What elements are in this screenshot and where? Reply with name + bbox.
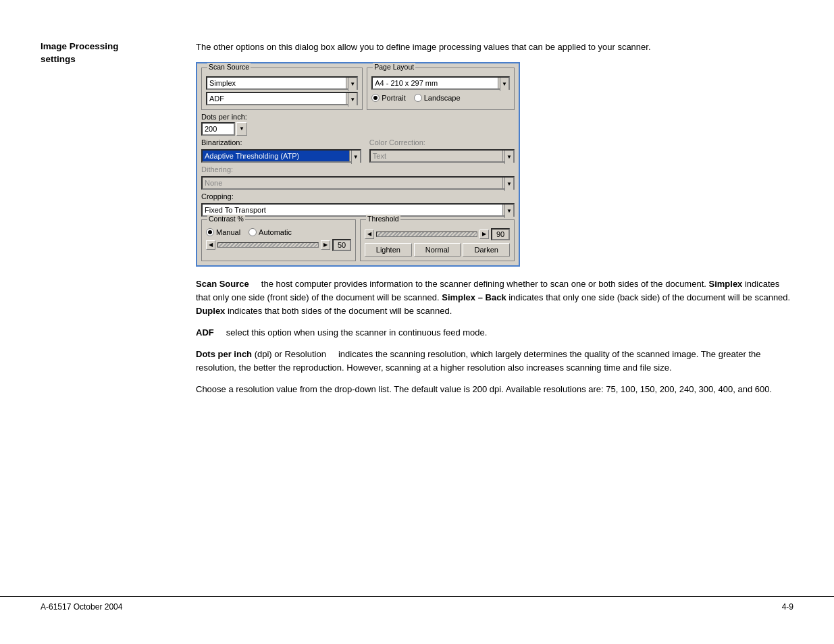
adf-text: select this option when using the scanne… (214, 327, 488, 338)
duplex-bold: Duplex (196, 306, 225, 316)
dpi-text: (dpi) or Resolution indicates the scanni… (196, 349, 761, 373)
scan-source-group: Scan Source Simplex ▼ ADF (201, 68, 363, 110)
dpi-dropdown-btn[interactable]: ▼ (236, 122, 247, 136)
lighten-button[interactable]: Lighten (365, 243, 412, 257)
dialog-top-row: Scan Source Simplex ▼ ADF (201, 68, 515, 110)
lnd-buttons: Lighten Normal Darken (365, 243, 510, 257)
cropping-select-wrapper[interactable]: Fixed To Transport ▼ (201, 203, 515, 217)
footer-right: 4-9 (782, 602, 793, 612)
color-correction-select: Text ▼ (369, 149, 515, 163)
adf-select[interactable]: ADF ▼ (206, 92, 358, 105)
adf-select-wrapper[interactable]: ADF ▼ (206, 92, 358, 105)
portrait-radio[interactable]: Portrait (371, 94, 405, 102)
dithering-label: Dithering: (201, 165, 515, 173)
color-correction-arrow: ▼ (502, 151, 513, 161)
page-layout-arrow: ▼ (498, 78, 509, 88)
dithering-select-wrapper: None ▼ (201, 176, 515, 190)
dpi-bold: Dots per inch (196, 349, 252, 359)
scan-source-select[interactable]: Simplex ▼ (206, 76, 358, 90)
body-scan-source: Scan Source the host computer provides i… (196, 277, 793, 318)
main-content: Image Processing settings The other opti… (0, 41, 834, 596)
body-adf: ADF select this option when using the sc… (196, 326, 793, 340)
binarization-label: Binarization: (201, 138, 361, 146)
cropping-select[interactable]: Fixed To Transport ▼ (201, 203, 515, 217)
cropping-label: Cropping: (201, 192, 515, 200)
footer-left: A-61517 October 2004 (41, 602, 122, 612)
scan-source-label: Scan Source (207, 63, 251, 71)
landscape-radio-dot[interactable] (414, 94, 422, 102)
left-column: Image Processing settings (41, 41, 189, 596)
scan-source-text1: the host computer provides information t… (249, 279, 709, 289)
body-choose: Choose a resolution value from the drop-… (196, 383, 793, 396)
binarization-arrow: ▼ (349, 151, 360, 161)
threshold-right-btn[interactable]: ▶ (479, 230, 489, 239)
page-footer: A-61517 October 2004 4-9 (0, 596, 834, 617)
dpi-label: Dots per inch: (201, 113, 515, 121)
threshold-label: Threshold (366, 215, 400, 223)
automatic-radio-dot[interactable] (249, 228, 257, 236)
intro-text: The other options on this dialog box all… (196, 41, 793, 54)
scan-source-arrow: ▼ (346, 78, 357, 88)
threshold-value: 90 (491, 228, 510, 240)
normal-button[interactable]: Normal (414, 243, 461, 257)
dpi-input[interactable]: 200 (201, 122, 235, 136)
contrast-track[interactable] (217, 242, 319, 248)
threshold-group: Threshold ◀ ▶ 90 Lighten Normal (360, 219, 515, 261)
portrait-radio-dot[interactable] (371, 94, 380, 102)
right-column: The other options on this dialog box all… (189, 41, 793, 596)
dialog-screenshot: Scan Source Simplex ▼ ADF (196, 62, 520, 267)
contrast-left-btn[interactable]: ◀ (206, 240, 215, 250)
automatic-radio[interactable]: Automatic (249, 228, 292, 236)
threshold-track[interactable] (376, 232, 477, 237)
section-title: Image Processing settings (41, 41, 169, 66)
scan-source-bold: Scan Source (196, 279, 249, 289)
orientation-radio-group: Portrait Landscape (371, 94, 510, 102)
binarization-row: Binarization: Adaptive Thresholding (ATP… (201, 138, 515, 163)
darken-button[interactable]: Darken (463, 243, 510, 257)
dithering-row: Dithering: None ▼ (201, 165, 515, 190)
color-correction-select-wrapper: Text ▼ (369, 149, 515, 163)
contrast-right-btn[interactable]: ▶ (321, 240, 330, 250)
cropping-row: Cropping: Fixed To Transport ▼ (201, 192, 515, 217)
contrast-label: Contrast % (207, 215, 245, 223)
adf-arrow: ▼ (346, 93, 357, 104)
dithering-arrow: ▼ (502, 178, 513, 188)
simplex-back-bold: Simplex – Back (442, 292, 506, 302)
contrast-slider-row: ◀ ▶ 50 (206, 239, 351, 251)
scan-source-select-wrapper[interactable]: Simplex ▼ (206, 76, 358, 90)
page-layout-group: Page Layout A4 - 210 x 297 mm ▼ (367, 68, 515, 110)
cropping-arrow: ▼ (502, 205, 513, 215)
landscape-radio[interactable]: Landscape (414, 94, 461, 102)
duplex-text: indicates that both sides of the documen… (225, 306, 452, 316)
threshold-slider-row: ◀ ▶ 90 (365, 228, 510, 240)
dithering-select: None ▼ (201, 176, 515, 190)
contrast-value: 50 (332, 239, 351, 251)
manual-radio-dot[interactable] (206, 228, 214, 236)
threshold-left-btn[interactable]: ◀ (365, 230, 374, 239)
page-container: Image Processing settings The other opti… (0, 0, 834, 644)
simplex-back-text: indicates that only one side (back side)… (506, 292, 791, 302)
page-layout-label: Page Layout (373, 63, 415, 71)
manual-radio[interactable]: Manual (206, 228, 240, 236)
choose-text: Choose a resolution value from the drop-… (196, 384, 772, 394)
contrast-group: Contrast % Manual Automatic (201, 219, 356, 261)
page-layout-select-wrapper[interactable]: A4 - 210 x 297 mm ▼ (371, 76, 510, 90)
body-dpi: Dots per inch (dpi) or Resolution indica… (196, 348, 793, 375)
contrast-radio-group: Manual Automatic (206, 228, 351, 236)
dpi-row: Dots per inch: 200 ▼ (201, 113, 515, 136)
color-correction-label: Color Correction: (369, 138, 515, 146)
page-layout-select[interactable]: A4 - 210 x 297 mm ▼ (371, 76, 510, 90)
simplex-bold: Simplex (709, 279, 743, 289)
binarization-select[interactable]: Adaptive Thresholding (ATP) ▼ (201, 149, 361, 163)
adf-bold: ADF (196, 327, 214, 338)
contrast-threshold-row: Contrast % Manual Automatic (201, 219, 515, 261)
binarization-select-wrapper[interactable]: Adaptive Thresholding (ATP) ▼ (201, 149, 361, 163)
